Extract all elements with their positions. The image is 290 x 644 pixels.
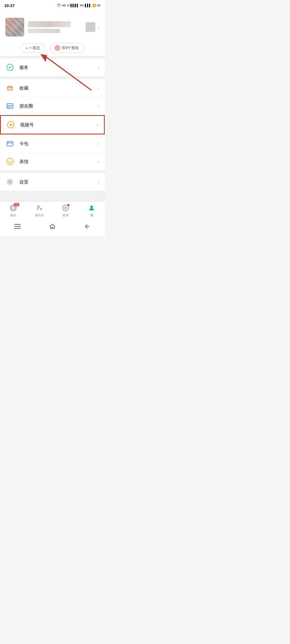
menu-item-moments[interactable]: 朋友圈 › [0, 97, 105, 115]
system-nav-bar [0, 219, 105, 236]
moments-icon [5, 101, 15, 111]
svg-point-20 [65, 207, 66, 209]
svg-point-10 [11, 161, 12, 162]
service-label: 服务 [19, 64, 98, 71]
wifi-icon: 📶 [92, 4, 96, 7]
collect-label: 收藏 [19, 85, 98, 91]
svg-point-17 [14, 207, 14, 208]
discover-dot-badge [67, 204, 70, 206]
home-sys-button[interactable] [48, 222, 57, 231]
nav-discover-label: 发现 [63, 213, 68, 217]
settings-arrow-icon: › [98, 179, 99, 185]
nav-item-discover[interactable]: 发现 [56, 204, 75, 217]
wallet-icon [5, 139, 15, 148]
svg-point-8 [7, 158, 13, 165]
svg-rect-1 [8, 86, 12, 90]
signal-bars-icon: ▌▌▌▌ [70, 4, 79, 7]
sticker-arrow-icon: › [98, 159, 99, 164]
menu-item-collect[interactable]: 收藏 › [0, 79, 105, 97]
svg-point-11 [9, 181, 11, 183]
signal-icon: G [67, 4, 70, 7]
nav-item-wechat[interactable]: 72 微信 [4, 204, 23, 217]
profile-section: › [0, 10, 105, 42]
profile-arrow-icon: › [97, 24, 99, 30]
channels-arrow-icon: › [97, 122, 99, 128]
nav-contacts-label: 通讯录 [35, 213, 44, 217]
moments-arrow-icon: › [98, 103, 99, 109]
svg-rect-22 [14, 224, 21, 225]
menu-item-service[interactable]: 服务 › [0, 58, 105, 76]
profile-row[interactable]: › [5, 18, 99, 36]
svg-rect-3 [7, 104, 13, 108]
friend-avatar-icon [55, 45, 60, 51]
svg-point-18 [37, 206, 39, 208]
page-wrapper: 10:37 ⏰ HD G ▌▌▌▌ 4G ▌▌▌ 📶 63 › [0, 0, 105, 236]
add-status-button[interactable]: + + 状态 [21, 43, 45, 53]
section-divider-1 [0, 56, 105, 58]
collect-icon [5, 83, 15, 93]
back-sys-button[interactable] [83, 222, 92, 231]
wechat-id-blur [28, 29, 60, 33]
svg-rect-7 [7, 142, 13, 146]
friends-status-button[interactable]: 等9个朋友 [49, 43, 84, 53]
svg-point-16 [12, 207, 13, 208]
svg-rect-23 [14, 226, 21, 227]
user-name-blur [28, 21, 71, 27]
status-time: 10:37 [4, 3, 15, 8]
nav-wechat-icon-wrap: 72 [10, 204, 17, 213]
settings-icon [5, 177, 15, 186]
wallet-arrow-icon: › [98, 141, 99, 147]
nav-contacts-icon-wrap [36, 204, 43, 213]
menu-item-settings[interactable]: 设置 › [0, 173, 105, 191]
menu-item-sticker[interactable]: 表情 › [0, 153, 105, 170]
svg-rect-2 [9, 89, 11, 89]
section-divider-2 [0, 76, 105, 79]
svg-point-0 [7, 64, 13, 71]
svg-point-9 [9, 161, 9, 162]
sticker-label: 表情 [19, 159, 98, 165]
menu-sys-button[interactable] [13, 222, 22, 231]
wallet-label: 卡包 [19, 141, 98, 147]
channels-icon [6, 120, 15, 129]
sticker-icon [5, 157, 15, 166]
section-divider-3 [0, 170, 105, 173]
svg-marker-6 [10, 123, 13, 126]
nav-me-icon-wrap [88, 204, 95, 213]
svg-point-21 [90, 206, 93, 208]
nav-discover-icon-wrap [62, 204, 69, 213]
plus-icon: + [26, 46, 28, 50]
friends-count-label: 等9个朋友 [62, 46, 79, 50]
add-status-label: + 状态 [29, 46, 40, 50]
nav-wechat-label: 微信 [10, 213, 16, 217]
hd-icon: HD [62, 4, 66, 7]
profile-extra-image [86, 22, 95, 32]
status-buttons-row: + + 状态 等9个朋友 [0, 42, 105, 56]
section-divider-bottom [0, 191, 105, 202]
service-icon [5, 63, 15, 72]
contacts-nav-icon [36, 204, 43, 211]
wechat-badge: 72 [14, 203, 19, 206]
menu-item-wallet[interactable]: 卡包 › [0, 135, 105, 152]
collect-arrow-icon: › [98, 85, 99, 91]
profile-left [5, 18, 71, 36]
4g-icon: 4G [80, 4, 84, 7]
svg-point-4 [8, 106, 9, 108]
moments-label: 朋友圈 [19, 103, 98, 109]
channels-label: 视频号 [20, 122, 97, 128]
bottom-nav: 72 微信 通讯录 [0, 202, 105, 219]
settings-label: 设置 [19, 179, 98, 185]
status-icons: ⏰ HD G ▌▌▌▌ 4G ▌▌▌ 📶 63 [57, 4, 100, 7]
service-arrow-icon: › [98, 65, 99, 70]
menu-item-channels[interactable]: 视频号 › [0, 115, 105, 134]
alarm-icon: ⏰ [57, 4, 61, 7]
signal-bars2-icon: ▌▌▌ [85, 4, 91, 7]
avatar [5, 18, 24, 36]
nav-me-label: 我 [90, 213, 93, 217]
nav-item-me[interactable]: 我 [82, 204, 101, 217]
svg-point-19 [63, 205, 68, 211]
menu-section: 服务 › 收藏 › [0, 58, 105, 191]
profile-info [28, 21, 71, 33]
me-nav-icon [88, 204, 95, 211]
battery-icon: 63 [97, 4, 100, 7]
nav-item-contacts[interactable]: 通讯录 [30, 204, 49, 217]
